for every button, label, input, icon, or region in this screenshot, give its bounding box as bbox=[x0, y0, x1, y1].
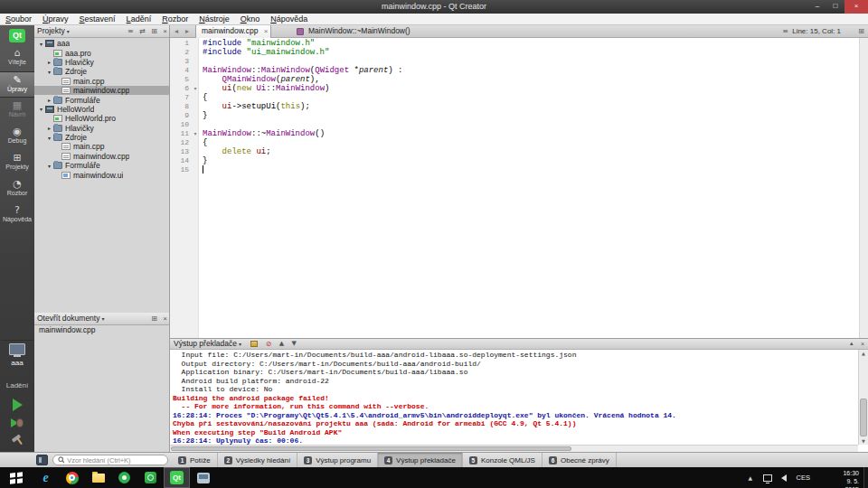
code-line[interactable]: 3 bbox=[170, 57, 859, 66]
file-explorer-icon[interactable] bbox=[85, 467, 111, 488]
locator-input[interactable] bbox=[67, 456, 163, 465]
mode-debug[interactable]: ◉Debug bbox=[0, 124, 34, 150]
tree-item-zdroje[interactable]: ▾Zdroje bbox=[34, 133, 169, 142]
network-icon[interactable] bbox=[763, 474, 772, 482]
menu-item-nastroje[interactable]: Nástroje bbox=[193, 14, 235, 24]
chevron-down-icon[interactable]: ▾ bbox=[239, 341, 241, 347]
code-editor[interactable]: 1#include "mainwindow.h"2#include "ui_ma… bbox=[170, 38, 868, 338]
build-button[interactable] bbox=[0, 432, 34, 450]
close-panel-icon[interactable]: × bbox=[163, 25, 167, 37]
mode-vitejte[interactable]: ⌂Vítejte bbox=[0, 45, 34, 71]
code-line[interactable]: 13 delete ui; bbox=[170, 147, 859, 156]
output-pane-button-konzole-qml-js[interactable]: 5Konzole QML/JS bbox=[463, 453, 542, 467]
close-panel-icon[interactable]: × bbox=[163, 313, 167, 324]
output-pane-button-vysledky-hledani[interactable]: 2Výsledky hledání bbox=[218, 453, 297, 467]
run-button[interactable] bbox=[0, 396, 34, 414]
scrollbar-thumb[interactable] bbox=[860, 399, 867, 436]
maximize-button[interactable]: □ bbox=[826, 0, 844, 14]
tree-item-mainwindow-cpp[interactable]: mainwindow.cpp bbox=[34, 86, 169, 95]
menu-item-napoveda[interactable]: Nápověda bbox=[265, 14, 313, 24]
close-button[interactable]: × bbox=[844, 0, 868, 14]
tree-item-mainwindow-cpp[interactable]: mainwindow.cpp bbox=[34, 152, 169, 161]
code-line[interactable]: 5 QMainWindow(parent), bbox=[170, 75, 859, 84]
code-line[interactable]: 6▾ ui(new Ui::MainWindow) bbox=[170, 84, 859, 93]
scroll-up-icon[interactable]: ▲ bbox=[279, 339, 284, 349]
clock[interactable]: 16:30 9. 5. 2015 bbox=[843, 469, 859, 488]
tree-item-main-cpp[interactable]: main.cpp bbox=[34, 142, 169, 151]
code-line[interactable]: 10 bbox=[170, 120, 859, 129]
chrome-icon[interactable] bbox=[59, 467, 85, 488]
code-line[interactable]: 2#include "ui_mainwindow.h" bbox=[170, 48, 859, 57]
chevron-down-icon[interactable]: ▾ bbox=[67, 28, 70, 34]
scrollbar-thumb[interactable] bbox=[171, 446, 571, 451]
output-pane-button-potize[interactable]: 1Potíže bbox=[172, 453, 218, 467]
tree-item-aaa-pro[interactable]: aaa.pro bbox=[34, 48, 169, 57]
tree-item-aaa[interactable]: ▾aaa bbox=[34, 39, 169, 48]
expander-icon[interactable]: ▸ bbox=[45, 125, 53, 131]
code-line[interactable]: 8 ui->setupUi(this); bbox=[170, 102, 859, 111]
show-desktop-button[interactable] bbox=[863, 467, 868, 488]
tree-item-zdroje[interactable]: ▾Zdroje bbox=[34, 67, 169, 76]
tree-item-formulare[interactable]: ▾Formuláře bbox=[34, 161, 169, 170]
editor-scrollbar[interactable] bbox=[859, 38, 868, 338]
collapse-pane-icon[interactable]: ▴ bbox=[850, 339, 854, 349]
expander-icon[interactable]: ▸ bbox=[45, 97, 53, 103]
tab-close-icon[interactable]: × bbox=[264, 25, 269, 37]
output-hscrollbar[interactable] bbox=[170, 445, 858, 452]
output-pane-button-vystup-programu[interactable]: 3Výstup programu bbox=[297, 453, 378, 467]
menu-item-sestaveni[interactable]: Sestavení bbox=[74, 14, 121, 24]
tree-item-helloworld[interactable]: ▾HelloWorld bbox=[34, 105, 169, 114]
output-vscrollbar[interactable]: ▲ ▼ bbox=[858, 350, 868, 445]
tree-item-hlavicky[interactable]: ▸Hlavičky bbox=[34, 124, 169, 133]
sidebar-toggle-icon[interactable] bbox=[36, 455, 48, 465]
tree-item-mainwindow-ui[interactable]: mainwindow.ui bbox=[34, 170, 169, 179]
menu-item-soubor[interactable]: Soubor bbox=[0, 14, 37, 24]
volume-icon[interactable] bbox=[781, 474, 787, 482]
code-line[interactable]: 9} bbox=[170, 111, 859, 120]
output-pane-button-vystup-prekladace[interactable]: 4Výstup překladače bbox=[378, 453, 463, 467]
mode-projekty[interactable]: ⊞Projekty bbox=[0, 150, 34, 176]
filter-icon[interactable]: ≡ bbox=[127, 25, 134, 37]
green-app-icon-2[interactable] bbox=[137, 467, 164, 488]
mode-upravy[interactable]: ✎Úpravy bbox=[0, 71, 34, 98]
qt-creator-taskbar-icon[interactable]: Qt bbox=[164, 467, 190, 488]
tree-item-formulare[interactable]: ▸Formuláře bbox=[34, 95, 169, 104]
menu-item-upravy[interactable]: Úpravy bbox=[37, 14, 74, 24]
expander-icon[interactable]: ▸ bbox=[45, 59, 53, 65]
expander-icon[interactable]: ▾ bbox=[45, 135, 53, 141]
code-line[interactable]: 14} bbox=[170, 156, 859, 165]
internet-explorer-icon[interactable]: e bbox=[33, 467, 59, 488]
code-line[interactable]: 4MainWindow::MainWindow(QWidget *parent)… bbox=[170, 66, 859, 75]
clear-output-icon[interactable] bbox=[250, 341, 258, 347]
app-window-icon[interactable] bbox=[190, 467, 216, 488]
menu-item-ladeni[interactable]: Ladění bbox=[121, 14, 157, 24]
tree-item-helloworld-pro[interactable]: HelloWorld.pro bbox=[34, 114, 169, 123]
menu-item-rozbor[interactable]: Rozbor bbox=[156, 14, 193, 24]
open-document-item[interactable]: mainwindow.cpp bbox=[34, 325, 169, 335]
code-line[interactable]: 12{ bbox=[170, 138, 859, 147]
split-icon[interactable]: ⊞ bbox=[151, 25, 157, 37]
split-icon[interactable]: ⊞ bbox=[151, 313, 157, 324]
scrollbar-up-icon[interactable]: ▲ bbox=[859, 351, 868, 356]
scrollbar-down-icon[interactable]: ▼ bbox=[859, 438, 868, 444]
editor-menu-icon[interactable]: ≡ bbox=[782, 25, 788, 37]
code-line[interactable]: 11▾MainWindow::~MainWindow() bbox=[170, 129, 859, 138]
expander-icon[interactable]: ▾ bbox=[37, 41, 45, 47]
fold-marker-icon[interactable]: ▾ bbox=[191, 129, 200, 138]
projects-panel-title[interactable]: Projekty bbox=[37, 26, 65, 35]
forward-icon[interactable]: ▸ bbox=[182, 25, 193, 37]
code-line[interactable]: 1#include "mainwindow.h" bbox=[170, 39, 859, 48]
minimize-button[interactable]: – bbox=[808, 0, 826, 14]
mode-rozbor[interactable]: ◔Rozbor bbox=[0, 176, 34, 202]
code-line[interactable]: 15 bbox=[170, 165, 859, 174]
editor-tab[interactable]: mainwindow.cpp × bbox=[195, 25, 271, 38]
open-documents-title[interactable]: Otevřít dokumenty bbox=[37, 314, 99, 323]
chevron-down-icon[interactable]: ▾ bbox=[101, 315, 104, 322]
fold-marker-icon[interactable]: ▾ bbox=[191, 84, 200, 93]
tray-expand-icon[interactable]: ▲ bbox=[748, 474, 752, 481]
scroll-down-icon[interactable]: ▼ bbox=[292, 339, 297, 349]
mode-navrh[interactable]: ▦Návrh bbox=[0, 98, 34, 124]
tree-item-main-cpp[interactable]: main.cpp bbox=[34, 77, 169, 86]
close-pane-icon[interactable]: × bbox=[861, 339, 864, 349]
sync-with-editor-icon[interactable]: ⇄ bbox=[139, 25, 146, 37]
